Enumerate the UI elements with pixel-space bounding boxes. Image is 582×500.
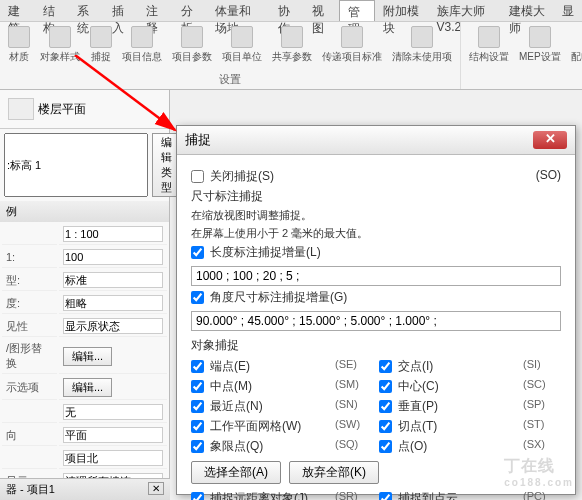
ribbon-结构设置[interactable]: 结构设置	[465, 24, 513, 66]
ribbon-MEP设置[interactable]: MEP设置	[515, 24, 565, 66]
snap-option[interactable]: 点(O)	[379, 438, 517, 455]
ribbon-toolbar: 材质对象样式捕捉项目信息项目参数项目单位共享参数传递项目标准清除未使用项设置结构…	[0, 22, 582, 90]
prop-row: /图形替换编辑...	[2, 339, 167, 374]
prop-row	[2, 402, 167, 423]
tab-3[interactable]: 插入	[104, 0, 139, 21]
dim-desc2: 在屏幕上使用小于 2 毫米的最大值。	[191, 226, 561, 241]
prop-row: 度:	[2, 293, 167, 314]
snap-option[interactable]: 切点(T)	[379, 418, 517, 435]
snap-options-grid: 端点(E)(SE)交点(I)(SI)中点(M)(SM)中心(C)(SC)最近点(…	[191, 358, 561, 455]
dim-snap-title: 尺寸标注捕捉	[191, 188, 561, 205]
tab-0[interactable]: 建筑	[0, 0, 35, 21]
dim-desc1: 在缩放视图时调整捕捉。	[191, 208, 561, 223]
deselect-all-button[interactable]: 放弃全部(K)	[289, 461, 379, 484]
ribbon-icon	[478, 26, 500, 48]
prop-input[interactable]	[63, 295, 163, 311]
ribbon-共享参数[interactable]: 共享参数	[268, 24, 316, 66]
ribbon-icon	[131, 26, 153, 48]
ribbon-捕捉[interactable]: 捕捉	[86, 24, 116, 66]
length-inc-checkbox[interactable]: 长度标注捕捉增量(L)	[191, 244, 561, 261]
edit-button[interactable]: 编辑...	[63, 378, 112, 397]
dialog-title-text: 捕捉	[185, 131, 211, 149]
properties-table: 1:型:度:见性/图形替换编辑...示选项编辑...向显示靠线	[0, 222, 169, 500]
snap-option[interactable]: 最近点(N)	[191, 398, 329, 415]
ribbon-icon	[49, 26, 71, 48]
ribbon-icon	[181, 26, 203, 48]
snap-option[interactable]: 端点(E)	[191, 358, 329, 375]
prop-input[interactable]	[63, 427, 163, 443]
prop-input[interactable]	[63, 226, 163, 242]
tab-7[interactable]: 协作	[270, 0, 305, 21]
floor-plan-icon	[8, 98, 34, 120]
prop-input[interactable]	[63, 404, 163, 420]
snap-option[interactable]: 垂直(P)	[379, 398, 517, 415]
tab-6[interactable]: 体量和场地	[207, 0, 269, 21]
ribbon-项目参数[interactable]: 项目参数	[168, 24, 216, 66]
props-header: 例	[0, 201, 169, 222]
prop-row	[2, 224, 167, 245]
prop-row: 1:	[2, 247, 167, 268]
main-tabs: 建筑结构系统插入注释分析体量和场地协作视图管理附加模块族库大师V3.2建模大师显	[0, 0, 582, 22]
prop-input[interactable]	[63, 318, 163, 334]
tab-10[interactable]: 附加模块	[375, 0, 428, 21]
close-panel-icon[interactable]: ✕	[148, 482, 164, 495]
prop-input[interactable]	[63, 272, 163, 288]
prop-input[interactable]	[63, 450, 163, 466]
close-snap-code: (SO)	[536, 168, 561, 185]
properties-panel: 楼层平面 编辑类型 例 1:型:度:见性/图形替换编辑...示选项编辑...向显…	[0, 90, 170, 500]
ribbon-icon	[8, 26, 30, 48]
dialog-titlebar[interactable]: 捕捉 ✕	[177, 126, 575, 155]
prop-row: 向	[2, 425, 167, 446]
ribbon-项目单位[interactable]: 项目单位	[218, 24, 266, 66]
angle-inc-checkbox[interactable]: 角度尺寸标注捕捉增量(G)	[191, 289, 561, 306]
ribbon-清除未使用项[interactable]: 清除未使用项	[388, 24, 456, 66]
tab-9[interactable]: 管理	[339, 0, 376, 21]
prop-row: 示选项编辑...	[2, 376, 167, 400]
tab-11[interactable]: 族库大师V3.2	[429, 0, 501, 21]
ribbon-项目信息[interactable]: 项目信息	[118, 24, 166, 66]
tab-12[interactable]: 建模大师	[501, 0, 554, 21]
pointcloud-snap-checkbox[interactable]: 捕捉到点云	[379, 490, 517, 500]
snap-option[interactable]: 交点(I)	[379, 358, 517, 375]
ribbon-对象样式[interactable]: 对象样式	[36, 24, 84, 66]
tab-4[interactable]: 注释	[138, 0, 173, 21]
edit-button[interactable]: 编辑...	[63, 347, 112, 366]
ribbon-icon	[231, 26, 253, 48]
close-snap-checkbox[interactable]: 关闭捕捉(S)	[191, 168, 274, 185]
select-all-button[interactable]: 选择全部(A)	[191, 461, 281, 484]
ribbon-icon	[529, 26, 551, 48]
snap-option[interactable]: 中点(M)	[191, 378, 329, 395]
prop-row: 见性	[2, 316, 167, 337]
prop-row	[2, 448, 167, 469]
ribbon-icon	[90, 26, 112, 48]
tab-8[interactable]: 视图	[304, 0, 339, 21]
close-icon[interactable]: ✕	[533, 131, 567, 149]
floor-plan-label: 楼层平面	[38, 101, 86, 118]
snap-option[interactable]: 中心(C)	[379, 378, 517, 395]
type-selector[interactable]	[4, 133, 148, 197]
snap-dialog: 捕捉 ✕ 关闭捕捉(S) (SO) 尺寸标注捕捉 在缩放视图时调整捕捉。 在屏幕…	[176, 125, 576, 495]
prop-input[interactable]	[63, 249, 163, 265]
ribbon-材质[interactable]: 材质	[4, 24, 34, 66]
ribbon-icon	[281, 26, 303, 48]
object-snap-title: 对象捕捉	[191, 337, 561, 354]
ribbon-传递项目标准[interactable]: 传递项目标准	[318, 24, 386, 66]
ribbon-icon	[341, 26, 363, 48]
snap-option[interactable]: 工作平面网格(W)	[191, 418, 329, 435]
tab-2[interactable]: 系统	[69, 0, 104, 21]
tab-5[interactable]: 分析	[173, 0, 208, 21]
ribbon-配电盘明细表样板[interactable]: 配电盘明细表样板	[567, 24, 582, 66]
length-inc-input[interactable]	[191, 266, 561, 286]
tab-1[interactable]: 结构	[35, 0, 70, 21]
snap-option[interactable]: 象限点(Q)	[191, 438, 329, 455]
ribbon-icon	[411, 26, 433, 48]
prop-row: 型:	[2, 270, 167, 291]
angle-inc-input[interactable]	[191, 311, 561, 331]
tab-13[interactable]: 显	[554, 0, 582, 21]
status-bar: 器 - 项目1 ✕	[0, 478, 170, 500]
remote-snap-checkbox[interactable]: 捕捉远距离对象(J)	[191, 490, 329, 500]
